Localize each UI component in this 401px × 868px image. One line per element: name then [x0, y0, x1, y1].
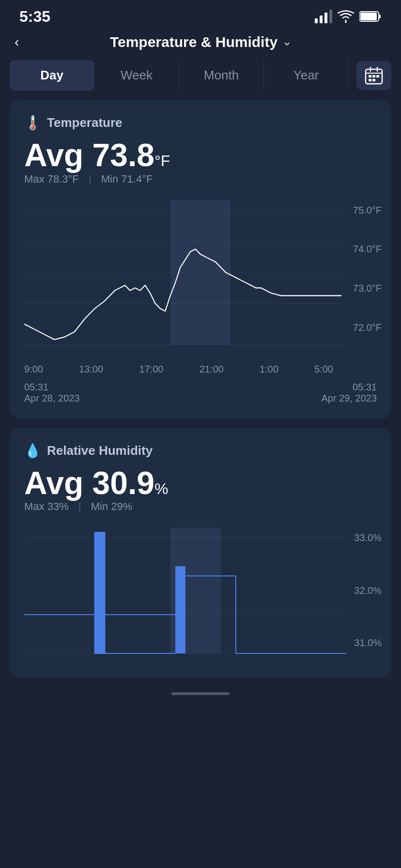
temp-x2: 13:00: [79, 364, 103, 375]
hum-y1: 33.0%: [354, 532, 382, 543]
svg-rect-2: [324, 13, 327, 23]
hum-card-title: Relative Humidity: [47, 443, 153, 458]
hum-chart-svg: [24, 527, 377, 663]
temp-date-right-sub: Apr 29, 2023: [321, 393, 377, 404]
hum-min-unit: %: [123, 500, 133, 512]
hum-min-label: Min: [91, 500, 108, 512]
header-title: Temperature & Humidity ⌄: [110, 34, 291, 50]
status-time: 5:35: [19, 8, 50, 26]
temp-chart-dates: 05:31 Apr 28, 2023 05:31 Apr 29, 2023: [24, 382, 377, 404]
hum-max-value: 33: [47, 500, 59, 512]
temp-date-left-time: 05:31: [24, 382, 80, 393]
temp-avg-value: 73.8: [93, 137, 154, 173]
hum-avg-display: Avg 30.9%: [24, 465, 377, 501]
svg-rect-14: [369, 79, 371, 81]
hum-max-label: Max: [24, 500, 45, 512]
svg-rect-15: [372, 79, 375, 81]
temperature-card: 🌡️ Temperature Avg 73.8°F Max 78.3°F | M…: [10, 100, 391, 418]
svg-rect-12: [372, 75, 375, 78]
temp-min-unit: °F: [142, 173, 153, 185]
temp-y4: 72.0°F: [353, 322, 382, 333]
temp-x3: 17:00: [139, 364, 163, 375]
temp-min-label: Min: [101, 173, 118, 185]
hum-min-max: Max 33% | Min 29%: [24, 500, 377, 513]
battery-icon: [359, 11, 382, 22]
scroll-indicator: [171, 692, 230, 695]
temp-y1: 75.0°F: [353, 205, 382, 216]
temp-max-label: Max: [24, 173, 45, 185]
svg-rect-6: [360, 13, 377, 20]
dropdown-icon[interactable]: ⌄: [282, 36, 291, 48]
wifi-icon: [337, 10, 355, 23]
svg-rect-5: [379, 15, 381, 18]
back-button[interactable]: ‹: [15, 34, 19, 50]
svg-rect-27: [95, 532, 105, 653]
svg-rect-21: [170, 200, 231, 345]
signal-icon: [315, 10, 332, 23]
svg-rect-11: [369, 75, 371, 78]
svg-rect-3: [329, 10, 332, 23]
thermometer-icon: 🌡️: [24, 115, 41, 131]
tab-bar: Day Week Month Year: [0, 60, 401, 91]
hum-avg-label: Avg: [24, 465, 83, 501]
divider2: |: [78, 500, 81, 512]
status-icons: [315, 10, 382, 23]
calendar-button[interactable]: [356, 61, 391, 90]
temp-chart-area: 75.0°F 74.0°F 73.0°F 72.0°F: [24, 200, 377, 355]
temp-max-value: 78.3: [47, 173, 68, 185]
temp-chart-svg: [24, 200, 377, 355]
temp-x6: 5:00: [314, 364, 333, 375]
hum-y3: 31.0%: [354, 637, 382, 649]
droplet-icon: 💧: [24, 443, 41, 459]
tab-week[interactable]: Week: [94, 60, 179, 91]
hum-chart-area: 33.0% 32.0% 31.0%: [24, 527, 377, 663]
temp-max-unit: °F: [68, 173, 79, 185]
tab-month[interactable]: Month: [179, 60, 264, 91]
humidity-card: 💧 Relative Humidity Avg 30.9% Max 33% | …: [10, 428, 391, 678]
status-bar: 5:35: [0, 0, 401, 29]
temp-avg-display: Avg 73.8°F: [24, 138, 377, 173]
svg-rect-1: [320, 16, 323, 23]
hum-avg-unit: %: [154, 480, 168, 497]
hum-y2: 32.0%: [354, 585, 382, 596]
temp-avg-unit: °F: [154, 152, 170, 170]
header: ‹ Temperature & Humidity ⌄: [0, 29, 401, 60]
temp-y2: 74.0°F: [353, 244, 382, 255]
hum-max-unit: %: [59, 500, 69, 512]
temp-x5: 1:00: [260, 364, 278, 375]
tab-year[interactable]: Year: [264, 60, 349, 91]
divider: |: [89, 173, 92, 185]
temp-card-title: Temperature: [47, 115, 123, 130]
temp-min-max: Max 78.3°F | Min 71.4°F: [24, 173, 377, 186]
temp-date-right: 05:31 Apr 29, 2023: [321, 382, 377, 404]
temp-x-axis: 9:00 13:00 17:00 21:00 1:00 5:00: [24, 359, 377, 375]
svg-rect-0: [315, 18, 318, 23]
temp-x4: 21:00: [200, 364, 224, 375]
temp-avg-label: Avg: [24, 137, 83, 173]
calendar-icon: [365, 66, 383, 85]
hum-avg-value: 30.9: [93, 465, 154, 501]
svg-rect-13: [376, 75, 379, 78]
temp-x1: 9:00: [24, 364, 43, 375]
temp-card-header: 🌡️ Temperature: [24, 115, 377, 131]
hum-min-value: 29: [111, 500, 123, 512]
temp-date-left: 05:31 Apr 28, 2023: [24, 382, 80, 404]
title-text: Temperature & Humidity: [110, 34, 278, 50]
hum-card-header: 💧 Relative Humidity: [24, 443, 377, 459]
temp-y3: 73.0°F: [353, 283, 382, 294]
svg-rect-31: [175, 566, 185, 653]
temp-date-left-sub: Apr 28, 2023: [24, 393, 80, 404]
tab-day[interactable]: Day: [10, 60, 94, 91]
temp-date-right-time: 05:31: [321, 382, 377, 393]
temp-min-value: 71.4: [121, 173, 142, 185]
